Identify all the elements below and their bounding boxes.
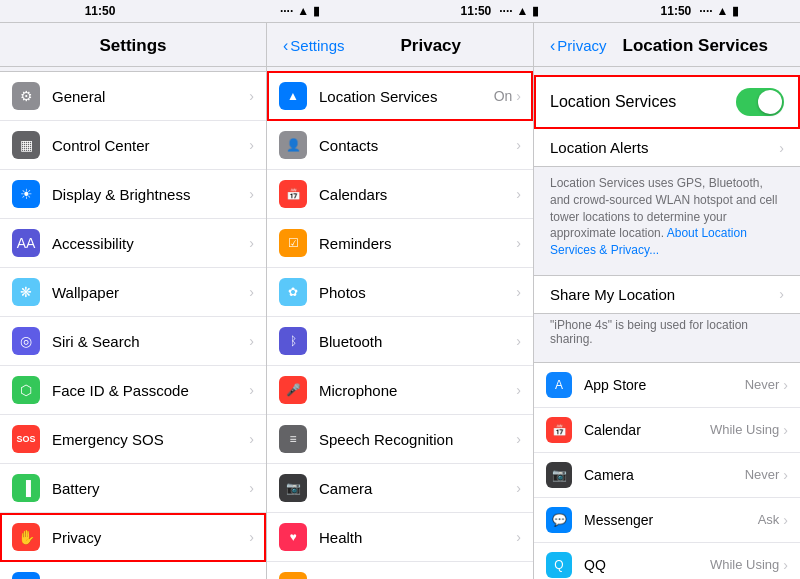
app-permission-camera: Never — [745, 467, 780, 482]
location-services-row[interactable]: Location Services — [534, 75, 800, 129]
icon-privacy-microphone: 🎤 — [279, 376, 307, 404]
app-item-qq[interactable]: Q QQ While Using › — [534, 543, 800, 579]
chevron-privacy-speech: › — [516, 431, 521, 447]
label-siri: Siri & Search — [52, 333, 249, 350]
settings-item-privacy[interactable]: ✋ Privacy › — [0, 513, 266, 562]
settings-item-control-center[interactable]: ▦ Control Center › — [0, 121, 266, 170]
chevron-privacy-photos: › — [516, 284, 521, 300]
app-chevron-appstore: › — [783, 377, 788, 393]
settings-item-accessibility[interactable]: AA Accessibility › — [0, 219, 266, 268]
app-chevron-camera: › — [783, 467, 788, 483]
app-name-calendar: Calendar — [584, 422, 710, 438]
label-privacy-microphone: Microphone — [319, 382, 516, 399]
privacy-item-microphone[interactable]: 🎤 Microphone › — [267, 366, 533, 415]
settings-title: Settings — [16, 36, 250, 56]
chevron-privacy-contacts: › — [516, 137, 521, 153]
icon-faceid: ⬡ — [12, 376, 40, 404]
app-chevron-messenger: › — [783, 512, 788, 528]
privacy-item-photos[interactable]: ✿ Photos › — [267, 268, 533, 317]
location-title: Location Services — [607, 36, 784, 56]
app-item-camera[interactable]: 📷 Camera Never › — [534, 453, 800, 498]
app-name-qq: QQ — [584, 557, 710, 573]
chevron-general: › — [249, 88, 254, 104]
privacy-list: ▲ Location Services On › 👤 Contacts › 📅 … — [267, 67, 533, 579]
icon-privacy-bluetooth: ᛒ — [279, 327, 307, 355]
location-services-label: Location Services — [550, 93, 736, 111]
label-faceid: Face ID & Passcode — [52, 382, 249, 399]
wifi-far: ▲ — [717, 4, 729, 18]
privacy-panel: ‹ Settings Privacy ▲ Location Services O… — [267, 23, 534, 579]
label-privacy-reminders: Reminders — [319, 235, 516, 252]
privacy-item-speech[interactable]: ≡ Speech Recognition › — [267, 415, 533, 464]
chevron-wallpaper: › — [249, 284, 254, 300]
settings-item-battery[interactable]: ▐ Battery › — [0, 464, 266, 513]
icon-privacy: ✋ — [12, 523, 40, 551]
location-toggle[interactable] — [736, 88, 784, 116]
icon-privacy-location: ▲ — [279, 82, 307, 110]
privacy-item-reminders[interactable]: ☑ Reminders › — [267, 219, 533, 268]
location-alerts-chevron: › — [779, 140, 784, 156]
app-item-appstore[interactable]: A App Store Never › — [534, 363, 800, 408]
icon-battery: ▐ — [12, 474, 40, 502]
icon-privacy-calendars: 📅 — [279, 180, 307, 208]
time-far: 11:50 — [661, 4, 692, 18]
privacy-item-health[interactable]: ♥ Health › — [267, 513, 533, 562]
status-time-far: 11:50 ···· ▲ ▮ — [600, 4, 800, 18]
app-list: A App Store Never › 📅 Calendar While Usi… — [534, 362, 800, 579]
location-description: Location Services uses GPS, Bluetooth, a… — [534, 167, 800, 267]
app-permission-appstore: Never — [745, 377, 780, 392]
app-item-messenger[interactable]: 💬 Messenger Ask › — [534, 498, 800, 543]
settings-item-wallpaper[interactable]: ❋ Wallpaper › — [0, 268, 266, 317]
battery-icon: ▮ — [313, 4, 320, 18]
share-location-label: Share My Location — [550, 286, 779, 303]
settings-panel: Settings ⚙ General › ▦ Control Center › … — [0, 23, 267, 579]
icon-privacy-homekit: ⌂ — [279, 572, 307, 579]
time-right: 11:50 — [461, 4, 492, 18]
time-left: 11:50 — [85, 4, 116, 18]
app-chevron-calendar: › — [783, 422, 788, 438]
app-permission-calendar: While Using — [710, 422, 779, 437]
settings-item-general[interactable]: ⚙ General › — [0, 72, 266, 121]
chevron-battery: › — [249, 480, 254, 496]
location-back[interactable]: ‹ Privacy — [550, 37, 607, 55]
settings-item-siri[interactable]: ◎ Siri & Search › — [0, 317, 266, 366]
back-chevron-icon: ‹ — [283, 37, 288, 55]
app-name-camera: Camera — [584, 467, 745, 483]
privacy-item-calendars[interactable]: 📅 Calendars › — [267, 170, 533, 219]
label-privacy: Privacy — [52, 529, 249, 546]
label-accessibility: Accessibility — [52, 235, 249, 252]
privacy-item-contacts[interactable]: 👤 Contacts › — [267, 121, 533, 170]
location-back-label: Privacy — [557, 37, 606, 54]
settings-item-faceid[interactable]: ⬡ Face ID & Passcode › — [0, 366, 266, 415]
app-name-messenger: Messenger — [584, 512, 758, 528]
location-alerts-row[interactable]: Location Alerts › — [534, 129, 800, 167]
app-icon-camera: 📷 — [546, 462, 572, 488]
privacy-back[interactable]: ‹ Settings — [283, 37, 345, 55]
status-time-right: 11:50 ···· ▲ ▮ — [400, 4, 600, 18]
privacy-item-homekit[interactable]: ⌂ HomeKit › — [267, 562, 533, 579]
privacy-item-camera[interactable]: 📷 Camera › — [267, 464, 533, 513]
chevron-faceid: › — [249, 382, 254, 398]
icon-privacy-contacts: 👤 — [279, 131, 307, 159]
label-control-center: Control Center — [52, 137, 249, 154]
icon-accessibility: AA — [12, 229, 40, 257]
settings-item-sos[interactable]: SOS Emergency SOS › — [0, 415, 266, 464]
app-name-appstore: App Store — [584, 377, 745, 393]
app-permission-messenger: Ask — [758, 512, 780, 527]
share-location-row[interactable]: Share My Location › — [534, 275, 800, 314]
settings-item-display[interactable]: ☀ Display & Brightness › — [0, 170, 266, 219]
privacy-item-location[interactable]: ▲ Location Services On › — [267, 71, 533, 121]
wifi-icon: ▲ — [297, 4, 309, 18]
label-privacy-contacts: Contacts — [319, 137, 516, 154]
value-privacy-location: On — [494, 88, 513, 104]
settings-item-itunes[interactable]: A iTunes & App Store › — [0, 562, 266, 579]
battery-far: ▮ — [732, 4, 739, 18]
share-chevron: › — [779, 286, 784, 302]
icon-sos: SOS — [12, 425, 40, 453]
app-icon-messenger: 💬 — [546, 507, 572, 533]
privacy-item-bluetooth[interactable]: ᛒ Bluetooth › — [267, 317, 533, 366]
app-item-calendar[interactable]: 📅 Calendar While Using › — [534, 408, 800, 453]
chevron-sos: › — [249, 431, 254, 447]
icon-display: ☀ — [12, 180, 40, 208]
label-privacy-photos: Photos — [319, 284, 516, 301]
